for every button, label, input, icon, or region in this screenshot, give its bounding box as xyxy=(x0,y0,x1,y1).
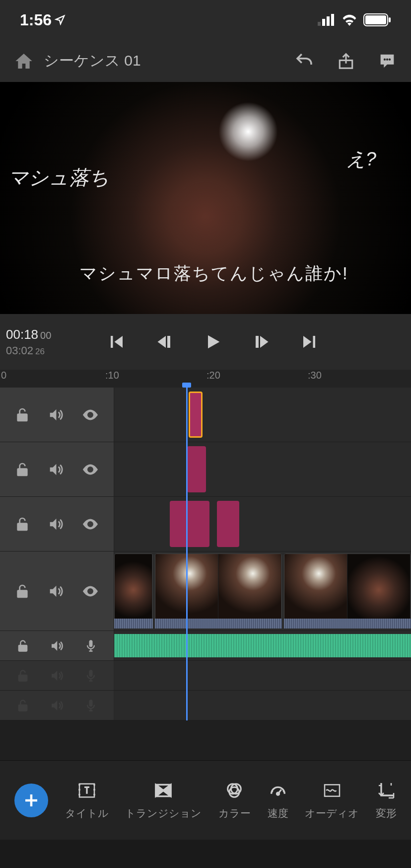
mic-icon[interactable] xyxy=(84,699,98,712)
tool-speed[interactable]: 速度 xyxy=(268,781,288,820)
bottom-toolbar: タイトル トランジション カラー 速度 オーディオ 変形 xyxy=(0,760,411,840)
audio-icon xyxy=(322,781,342,800)
tool-color[interactable]: カラー xyxy=(218,781,251,820)
track-content[interactable] xyxy=(114,552,411,631)
preview-caption-3: マシュマロ落ちてんじゃん誰か! xyxy=(79,262,348,285)
svg-rect-15 xyxy=(18,414,27,420)
svg-rect-19 xyxy=(18,523,27,530)
status-bar: 1:56 xyxy=(0,0,411,40)
timecode-current-frames: 00 xyxy=(40,330,51,341)
volume-icon[interactable] xyxy=(49,668,64,683)
video-preview[interactable]: マシュ落ち え? マシュマロ落ちてんじゃん誰か! xyxy=(0,82,411,314)
transition-icon xyxy=(153,781,173,800)
svg-rect-26 xyxy=(89,670,93,677)
volume-icon[interactable] xyxy=(49,638,64,653)
clip-selected[interactable] xyxy=(189,392,203,438)
title-icon xyxy=(77,781,97,800)
lock-icon[interactable] xyxy=(14,516,30,532)
mic-icon[interactable] xyxy=(84,669,98,683)
ruler-mark-20: :20 xyxy=(206,370,220,381)
go-end-icon[interactable] xyxy=(300,333,318,351)
svg-point-16 xyxy=(89,413,92,416)
svg-rect-5 xyxy=(365,15,386,24)
clock-time: 1:56 xyxy=(20,11,52,29)
location-icon xyxy=(55,14,66,25)
playhead-marker[interactable] xyxy=(182,383,191,388)
home-icon[interactable] xyxy=(14,51,34,71)
track-header xyxy=(0,661,114,690)
svg-rect-11 xyxy=(111,336,113,348)
track-audio-1 xyxy=(0,631,411,661)
ruler-mark-30: :30 xyxy=(308,370,322,381)
tool-label: タイトル xyxy=(65,806,109,820)
signal-icon xyxy=(318,14,336,26)
lock-icon[interactable] xyxy=(16,669,30,683)
timeline[interactable] xyxy=(0,388,411,720)
video-clip[interactable] xyxy=(155,553,282,620)
battery-icon xyxy=(363,13,391,26)
lock-icon[interactable] xyxy=(16,699,30,712)
svg-rect-17 xyxy=(18,469,27,475)
lock-icon[interactable] xyxy=(14,583,30,599)
track-content[interactable] xyxy=(114,442,411,496)
undo-icon[interactable] xyxy=(294,51,315,72)
clip[interactable] xyxy=(187,446,206,492)
volume-icon[interactable] xyxy=(47,516,64,533)
play-icon[interactable] xyxy=(203,332,223,352)
clip[interactable] xyxy=(217,501,239,547)
tool-label: カラー xyxy=(218,806,251,820)
svg-rect-14 xyxy=(313,336,316,348)
wifi-icon xyxy=(342,14,357,26)
volume-icon[interactable] xyxy=(49,698,64,713)
eye-icon[interactable] xyxy=(81,406,99,424)
track-header xyxy=(0,631,114,660)
comment-icon[interactable] xyxy=(377,51,397,71)
step-back-icon[interactable] xyxy=(155,333,173,351)
volume-icon[interactable] xyxy=(47,583,64,600)
track-overlay-3 xyxy=(0,497,411,552)
track-content[interactable] xyxy=(114,631,411,660)
svg-rect-21 xyxy=(18,590,27,597)
volume-icon[interactable] xyxy=(47,461,64,478)
speed-icon xyxy=(268,781,288,800)
tool-label: 速度 xyxy=(268,806,288,820)
track-content[interactable] xyxy=(114,661,411,690)
ruler-mark-10: :10 xyxy=(105,370,119,381)
clip[interactable] xyxy=(170,501,209,547)
track-content[interactable] xyxy=(114,388,411,442)
mic-icon[interactable] xyxy=(84,639,98,653)
eye-icon[interactable] xyxy=(81,582,99,600)
eye-icon[interactable] xyxy=(81,461,99,478)
track-header xyxy=(0,497,114,551)
lock-icon[interactable] xyxy=(14,462,30,477)
timeline-ruler[interactable]: 0 :10 :20 :30 xyxy=(0,370,411,388)
playhead[interactable] xyxy=(186,388,188,720)
eye-icon[interactable] xyxy=(81,515,99,533)
track-header xyxy=(0,388,114,442)
share-icon[interactable] xyxy=(337,52,355,71)
svg-point-10 xyxy=(389,58,391,60)
svg-rect-25 xyxy=(19,675,27,681)
svg-point-33 xyxy=(229,787,239,797)
track-content[interactable] xyxy=(114,497,411,551)
lock-icon[interactable] xyxy=(14,407,30,423)
tool-audio[interactable]: オーディオ xyxy=(305,781,359,820)
track-overlay-2 xyxy=(0,442,411,497)
timecode: 00:1800 03:0226 xyxy=(0,327,65,357)
transform-icon xyxy=(376,781,396,800)
add-button[interactable] xyxy=(14,784,48,817)
tool-transform[interactable]: 変形 xyxy=(376,781,397,820)
lock-icon[interactable] xyxy=(16,639,30,653)
volume-icon[interactable] xyxy=(47,406,64,423)
track-content[interactable] xyxy=(114,691,411,720)
tool-transition[interactable]: トランジション xyxy=(125,781,202,820)
svg-rect-28 xyxy=(89,700,93,707)
step-forward-icon[interactable] xyxy=(253,333,271,351)
audio-clip[interactable] xyxy=(114,634,411,657)
go-start-icon[interactable] xyxy=(108,333,126,351)
track-overlay-1 xyxy=(0,388,411,442)
video-clip[interactable] xyxy=(284,553,411,620)
video-clip[interactable] xyxy=(114,553,153,620)
sequence-title[interactable]: シーケンス 01 xyxy=(44,51,294,71)
tool-title[interactable]: タイトル xyxy=(65,781,109,820)
